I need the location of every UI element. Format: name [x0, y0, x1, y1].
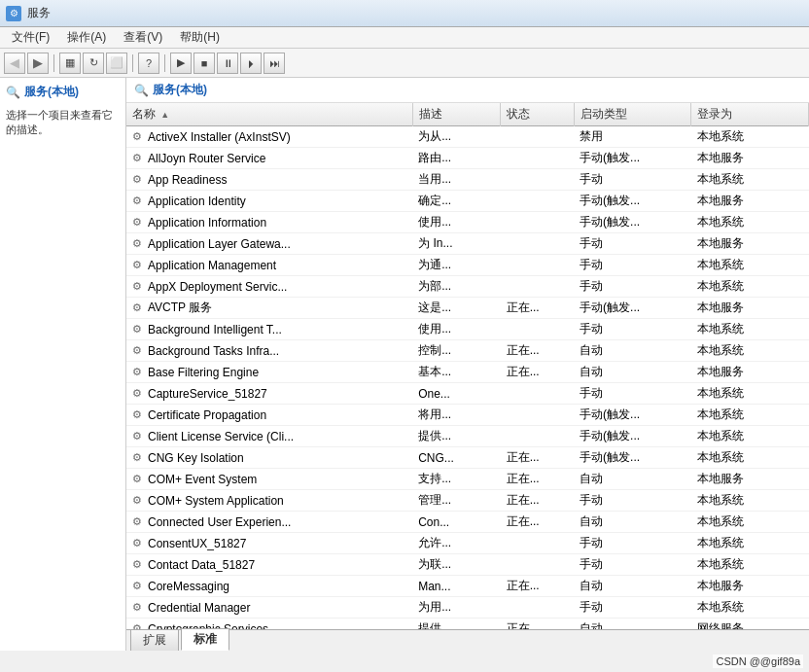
service-name: ⚙Base Filtering Engine [126, 362, 412, 383]
header-status[interactable]: 状态 [501, 103, 574, 126]
service-login: 本地服务 [691, 576, 809, 597]
service-desc: 允许... [412, 533, 501, 554]
title-bar: ⚙ 服务 [0, 0, 809, 27]
table-row[interactable]: ⚙CoreMessagingMan...正在...自动本地服务 [126, 576, 809, 597]
service-start-type: 手动(触发... [574, 212, 691, 233]
menu-view[interactable]: 查看(V) [116, 27, 170, 48]
service-desc: 将用... [412, 405, 501, 426]
header-login[interactable]: 登录为 [691, 103, 809, 126]
service-name: ⚙CaptureService_51827 [126, 383, 412, 405]
table-row[interactable]: ⚙Certificate Propagation将用...手动(触发...本地系… [126, 405, 809, 426]
restart-button[interactable]: ⏭ [264, 53, 285, 74]
service-login: 本地系统 [691, 126, 809, 148]
service-name-text: ConsentUX_51827 [148, 537, 246, 550]
service-desc: 支持... [412, 469, 501, 490]
table-row[interactable]: ⚙COM+ Event System支持...正在...自动本地服务 [126, 469, 809, 490]
table-row[interactable]: ⚙Background Intelligent T...使用...手动本地系统 [126, 319, 809, 340]
table-row[interactable]: ⚙Base Filtering Engine基本...正在...自动本地服务 [126, 362, 809, 383]
service-desc: 使用... [412, 212, 501, 233]
tab-标准[interactable]: 标准 [181, 628, 229, 651]
table-row[interactable]: ⚙Application Layer Gatewa...为 In...手动本地服… [126, 233, 809, 255]
table-row[interactable]: ⚙Contact Data_51827为联...手动本地系统 [126, 554, 809, 576]
service-start-type: 自动 [574, 469, 691, 490]
table-row[interactable]: ⚙ActiveX Installer (AxInstSV)为从...禁用本地系统 [126, 126, 809, 148]
service-name: ⚙AllJoyn Router Service [126, 148, 412, 169]
header-desc[interactable]: 描述 [412, 103, 501, 126]
stop-button[interactable]: ■ [193, 53, 215, 74]
refresh-button[interactable]: ↻ [83, 53, 104, 74]
header-start[interactable]: 启动类型 [574, 103, 691, 126]
service-login: 本地系统 [691, 490, 809, 512]
show-tree-button[interactable]: ▦ [59, 53, 81, 74]
service-start-type: 手动 [574, 276, 691, 298]
table-row[interactable]: ⚙Credential Manager为用...手动本地系统 [126, 597, 809, 619]
service-gear-icon: ⚙ [132, 494, 145, 507]
service-start-type: 手动(触发... [574, 426, 691, 447]
right-panel-title: 🔍 服务(本地) [126, 78, 809, 103]
left-panel-icon: 🔍 [6, 86, 20, 99]
pause-button[interactable]: ⏸ [217, 53, 238, 74]
table-row[interactable]: ⚙ConsentUX_51827允许...手动本地系统 [126, 533, 809, 554]
table-row[interactable]: ⚙Application Identity确定...手动(触发...本地服务 [126, 191, 809, 212]
service-login: 本地系统 [691, 426, 809, 447]
service-name: ⚙COM+ System Application [126, 490, 412, 512]
left-panel-description: 选择一个项目来查看它的描述。 [6, 108, 120, 138]
table-row[interactable]: ⚙Connected User Experien...Con...正在...自动… [126, 512, 809, 533]
service-name: ⚙CoreMessaging [126, 576, 412, 597]
forward-button[interactable]: ▶ [27, 53, 49, 74]
service-start-type: 手动(触发... [574, 191, 691, 212]
service-status: 正在... [501, 447, 574, 469]
back-button[interactable]: ◀ [4, 53, 25, 74]
service-start-type: 自动 [574, 576, 691, 597]
toolbar-separator-1 [53, 54, 54, 72]
service-name: ⚙AVCTP 服务 [126, 298, 412, 319]
table-row[interactable]: ⚙AllJoyn Router Service路由...手动(触发...本地服务 [126, 148, 809, 169]
table-row[interactable]: ⚙Client License Service (Cli...提供...手动(触… [126, 426, 809, 447]
service-name: ⚙Application Management [126, 255, 412, 276]
left-panel-title: 🔍 服务(本地) [6, 84, 120, 100]
menu-help[interactable]: 帮助(H) [172, 27, 228, 48]
tab-扩展[interactable]: 扩展 [130, 629, 179, 651]
left-panel: 🔍 服务(本地) 选择一个项目来查看它的描述。 [0, 78, 126, 651]
service-start-type: 手动 [574, 383, 691, 405]
services-table[interactable]: 名称 ▲ 描述 状态 启动类型 登录为 ⚙ActiveX Installer (… [126, 103, 809, 629]
service-name-text: Background Intelligent T... [148, 323, 282, 336]
service-gear-icon: ⚙ [132, 237, 145, 250]
service-status: 正在... [501, 469, 574, 490]
service-start-type: 手动 [574, 490, 691, 512]
service-desc: CNG... [412, 447, 501, 469]
export-button[interactable]: ⬜ [106, 53, 127, 74]
service-desc: 管理... [412, 490, 501, 512]
service-login: 本地系统 [691, 533, 809, 554]
service-gear-icon: ⚙ [132, 323, 145, 336]
service-name: ⚙CNG Key Isolation [126, 447, 412, 469]
table-row[interactable]: ⚙CaptureService_51827One...手动本地系统 [126, 383, 809, 405]
service-name-text: App Readiness [148, 173, 227, 187]
menu-file[interactable]: 文件(F) [4, 27, 57, 48]
table-row[interactable]: ⚙COM+ System Application管理...正在...手动本地系统 [126, 490, 809, 512]
table-row[interactable]: ⚙Application Management为通...手动本地系统 [126, 255, 809, 276]
table-row[interactable]: ⚙CNG Key IsolationCNG...正在...手动(触发...本地系… [126, 447, 809, 469]
header-name[interactable]: 名称 ▲ [126, 103, 412, 126]
service-login: 本地系统 [691, 447, 809, 469]
service-start-type: 手动(触发... [574, 405, 691, 426]
table-row[interactable]: ⚙Background Tasks Infra...控制...正在...自动本地… [126, 340, 809, 362]
service-desc: 为通... [412, 255, 501, 276]
service-start-type: 自动 [574, 619, 691, 630]
menu-action[interactable]: 操作(A) [59, 27, 114, 48]
table-row[interactable]: ⚙AVCTP 服务这是...正在...手动(触发...本地服务 [126, 298, 809, 319]
table-row[interactable]: ⚙Application Information使用...手动(触发...本地系… [126, 212, 809, 233]
service-desc: 为从... [412, 126, 501, 148]
service-gear-icon: ⚙ [132, 152, 145, 164]
service-desc: Man... [412, 576, 501, 597]
service-name-text: COM+ System Application [148, 494, 284, 508]
start-button[interactable]: ▶ [170, 53, 192, 74]
service-desc: 控制... [412, 340, 501, 362]
service-desc: 提供... [412, 619, 501, 630]
main-content: 🔍 服务(本地) 选择一个项目来查看它的描述。 🔍 服务(本地) 名称 ▲ 描述 [0, 78, 809, 651]
help-button[interactable]: ? [138, 53, 159, 74]
service-login: 本地系统 [691, 554, 809, 576]
table-row[interactable]: ⚙App Readiness当用...手动本地系统 [126, 169, 809, 191]
resume-button[interactable]: ⏵ [240, 53, 262, 74]
table-row[interactable]: ⚙AppX Deployment Servic...为部...手动本地系统 [126, 276, 809, 298]
